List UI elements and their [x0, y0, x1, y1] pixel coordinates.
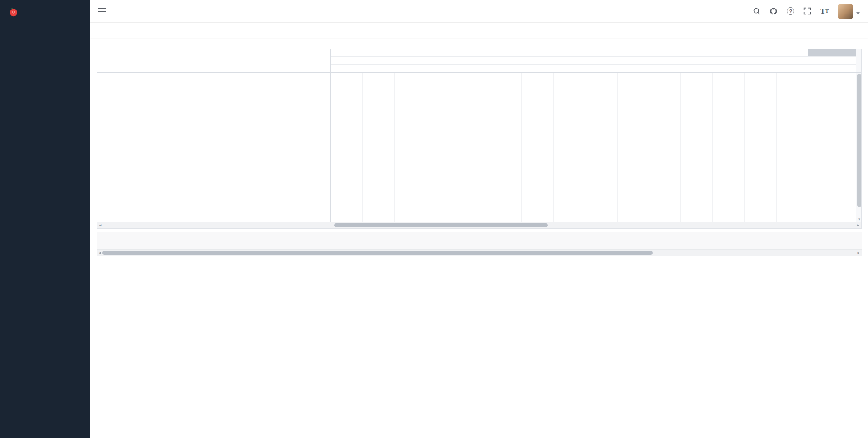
scroll-down-arrow-icon[interactable]: ▼: [856, 217, 862, 221]
sidebar: [0, 0, 90, 438]
github-icon[interactable]: [769, 7, 778, 15]
hamburger-icon: [98, 8, 106, 15]
fullscreen-icon[interactable]: [803, 7, 811, 15]
gantt-horizontal-scrollbar[interactable]: ◄ ►: [97, 222, 861, 228]
gantt-vertical-scrollbar[interactable]: ▼: [856, 73, 862, 222]
orders-table-header: [97, 232, 862, 250]
page-content: ▼ ◄ ► ◄ ►: [90, 38, 868, 438]
top-navbar: ? TT: [90, 0, 868, 23]
gantt-grid-header: [97, 49, 331, 72]
sidebar-toggle-button[interactable]: [98, 8, 106, 15]
scroll-left-arrow-icon[interactable]: ◄: [99, 222, 102, 228]
avatar-image: [838, 4, 853, 19]
app-logo-icon: [8, 7, 19, 18]
gantt-range-overflow-block: [808, 49, 856, 56]
app-root: ? TT: [0, 0, 868, 438]
gantt-header-corner: [856, 49, 862, 72]
orders-horizontal-scrollbar[interactable]: ◄ ►: [97, 250, 862, 256]
avatar-caret-icon: [856, 12, 860, 14]
scroll-left-arrow-icon[interactable]: ◄: [98, 250, 102, 256]
gantt-range-row: [331, 49, 856, 57]
scroll-right-arrow-icon[interactable]: ►: [857, 250, 860, 256]
scroll-right-arrow-icon[interactable]: ►: [856, 222, 860, 228]
vertical-scroll-thumb[interactable]: [857, 74, 861, 207]
gantt-chart: [331, 73, 856, 222]
gantt-task-grid: [97, 73, 331, 222]
search-icon[interactable]: [753, 7, 760, 15]
filter-form: [97, 43, 862, 47]
app-logo: [0, 0, 90, 25]
horizontal-scroll-thumb[interactable]: [334, 223, 548, 227]
horizontal-scroll-thumb[interactable]: [102, 251, 653, 255]
question-mark-icon: ?: [787, 7, 794, 15]
gantt-header: [97, 49, 861, 73]
gantt-panel: ▼ ◄ ►: [97, 49, 862, 229]
font-size-icon[interactable]: TT: [820, 7, 829, 15]
navbar-actions: ? TT: [753, 4, 860, 19]
help-icon[interactable]: ?: [787, 7, 794, 15]
orders-table: ◄ ►: [97, 232, 862, 256]
user-avatar[interactable]: [838, 4, 860, 19]
gantt-body: ▼: [97, 73, 861, 222]
gantt-day-row: [331, 57, 856, 65]
gantt-hour-row: [331, 65, 856, 72]
main-area: ? TT: [90, 0, 868, 438]
tab-bar: [90, 23, 868, 38]
gantt-timeline-header: [331, 49, 856, 72]
